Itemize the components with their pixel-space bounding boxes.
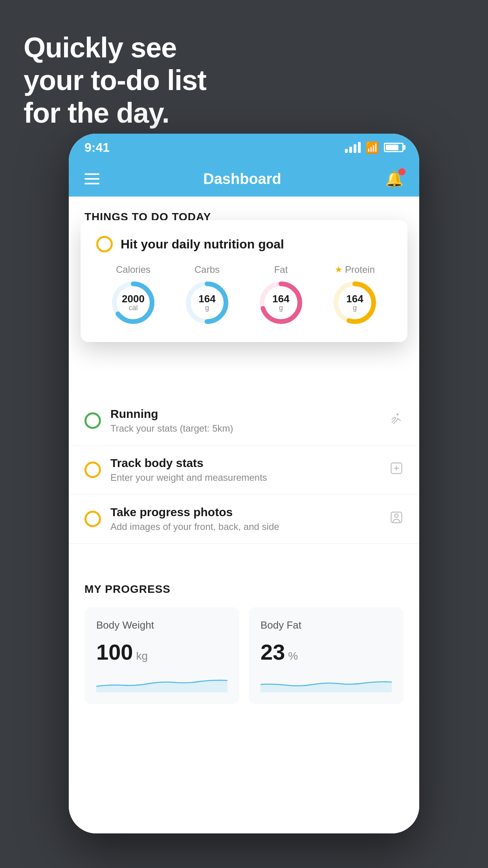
protein-unit: g — [353, 304, 357, 312]
body-fat-value: 23 % — [261, 639, 392, 665]
progress-photos-title: Take progress photos — [110, 506, 389, 519]
header-title: Dashboard — [203, 171, 281, 188]
body-weight-number: 100 — [96, 639, 133, 665]
hero-line1: Quickly see — [24, 31, 206, 64]
running-subtitle: Track your stats (target: 5km) — [110, 423, 389, 434]
hero-line2: your to-do list — [24, 64, 206, 97]
carbs-unit: g — [205, 304, 209, 312]
protein-value: 164 — [346, 294, 363, 304]
body-stats-subtitle: Enter your weight and measurements — [110, 472, 389, 483]
todo-item-running[interactable]: Running Track your stats (target: 5km) — [69, 396, 419, 445]
body-weight-value: 100 kg — [96, 639, 227, 665]
running-text-block: Running Track your stats (target: 5km) — [110, 407, 389, 434]
app-content: THINGS TO DO TODAY Hit your daily nutrit… — [69, 197, 419, 833]
progress-cards: Body Weight 100 kg Body Fat — [84, 607, 404, 704]
body-fat-number: 23 — [261, 639, 285, 665]
body-stats-radio[interactable] — [84, 462, 101, 478]
carbs-value: 164 — [198, 294, 215, 304]
fat-label: Fat — [274, 264, 288, 275]
svg-point-10 — [395, 514, 398, 517]
hero-text: Quickly see your to-do list for the day. — [24, 31, 206, 129]
fat-unit: g — [279, 304, 283, 312]
todo-item-progress-photos[interactable]: Take progress photos Add images of your … — [69, 495, 419, 544]
body-weight-card: Body Weight 100 kg — [84, 607, 239, 704]
phone-frame: 9:41 📶 Dashboard 🔔 TH — [69, 134, 419, 833]
notification-dot — [398, 168, 405, 175]
nutrition-card-title: Hit your daily nutrition goal — [121, 237, 284, 252]
status-bar: 9:41 📶 — [69, 134, 419, 161]
signal-icon — [345, 142, 361, 153]
body-fat-title: Body Fat — [261, 619, 392, 631]
status-time: 9:41 — [84, 140, 110, 155]
calories-donut: 2000 cal — [110, 279, 157, 326]
nutrition-radio[interactable] — [96, 236, 113, 252]
progress-photos-subtitle: Add images of your front, back, and side — [110, 521, 389, 532]
body-fat-chart — [261, 673, 392, 692]
body-weight-chart — [96, 673, 227, 692]
nutrition-item-fat: Fat 164 g — [257, 264, 305, 326]
running-title: Running — [110, 407, 389, 421]
running-radio[interactable] — [84, 412, 101, 429]
protein-label: ★ Protein — [335, 264, 375, 275]
star-icon: ★ — [335, 265, 343, 275]
calories-unit: cal — [128, 304, 138, 312]
todo-list: Running Track your stats (target: 5km) T… — [69, 396, 419, 544]
nutrition-row: Calories 2000 cal Carbs — [96, 264, 392, 326]
body-fat-card: Body Fat 23 % — [249, 607, 404, 704]
nutrition-item-calories: Calories 2000 cal — [110, 264, 157, 326]
notification-bell-button[interactable]: 🔔 — [385, 170, 404, 188]
scale-icon — [389, 461, 404, 479]
nutrition-card: Hit your daily nutrition goal Calories 2… — [81, 220, 407, 342]
calories-label: Calories — [116, 264, 150, 275]
progress-heading: MY PROGRESS — [84, 583, 404, 596]
carbs-label: Carbs — [194, 264, 220, 275]
calories-value: 2000 — [122, 294, 145, 304]
carbs-donut: 164 g — [183, 279, 231, 326]
hero-line3: for the day. — [24, 97, 206, 129]
fat-value: 164 — [272, 294, 289, 304]
app-header: Dashboard 🔔 — [69, 161, 419, 197]
person-icon — [389, 510, 404, 528]
body-weight-title: Body Weight — [96, 619, 227, 631]
progress-section: MY PROGRESS Body Weight 100 kg — [69, 567, 419, 704]
running-icon — [389, 412, 404, 430]
body-stats-text-block: Track body stats Enter your weight and m… — [110, 456, 389, 483]
nutrition-item-carbs: Carbs 164 g — [183, 264, 231, 326]
protein-donut: 164 g — [331, 279, 378, 326]
body-weight-unit: kg — [136, 650, 148, 662]
todo-item-body-stats[interactable]: Track body stats Enter your weight and m… — [69, 445, 419, 495]
battery-icon — [384, 143, 404, 152]
body-stats-title: Track body stats — [110, 456, 389, 470]
nutrition-item-protein: ★ Protein 164 g — [331, 264, 378, 326]
status-icons: 📶 — [345, 141, 404, 154]
menu-button[interactable] — [84, 173, 99, 184]
progress-photos-text-block: Take progress photos Add images of your … — [110, 506, 389, 532]
wifi-icon: 📶 — [365, 141, 379, 154]
progress-photos-radio[interactable] — [84, 511, 101, 527]
fat-donut: 164 g — [257, 279, 305, 326]
body-fat-unit: % — [288, 650, 298, 662]
